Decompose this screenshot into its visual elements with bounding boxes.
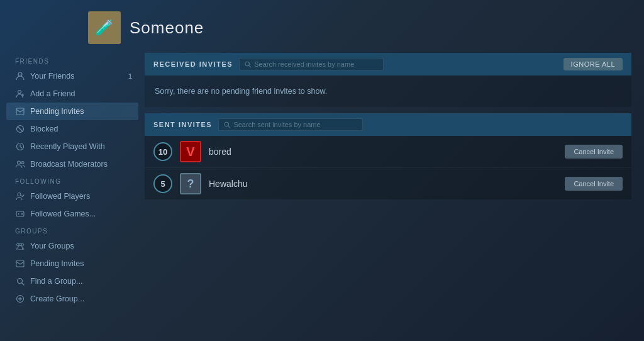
level-badge-hewalchu: 5 [153,174,172,193]
cancel-invite-bored-button[interactable]: Cancel Invite [565,145,623,159]
received-invites-search-input[interactable] [254,60,378,68]
friends-badge: 1 [128,72,132,80]
svg-point-1 [18,91,21,94]
sidebar-item-pending-invites[interactable]: Pending Invites [6,103,138,120]
sidebar-item-your-friends[interactable]: Your Friends 1 [6,67,138,85]
svg-point-0 [18,72,22,76]
sidebar-item-add-friend[interactable]: Add a Friend [6,85,138,103]
section-spacer [145,107,631,113]
received-invites-header: RECEIVED INVITES IGNORE ALL [145,53,631,75]
player-name-bored: bored [209,147,557,157]
avatar-hewalchu: ? [180,173,201,194]
main-layout: FRIENDS Your Friends 1 Add a Friend [0,53,644,340]
sidebar-item-recently-played[interactable]: Recently Played With [6,138,138,155]
player-name-hewalchu: Hewalchu [209,179,557,189]
svg-point-26 [225,122,228,126]
sidebar-item-your-groups[interactable]: Your Groups [6,237,138,255]
find-group-label: Find a Group... [30,277,82,286]
svg-rect-18 [16,260,24,267]
person-follow-icon [15,191,25,201]
add-friend-label: Add a Friend [30,89,75,98]
sidebar-item-followed-games[interactable]: Followed Games... [6,205,138,223]
level-badge-bored: 10 [153,142,172,161]
groups-section-label: GROUPS [6,223,138,237]
invite-row-bored: 10 V bored Cancel Invite [145,136,631,168]
sidebar-item-blocked[interactable]: Blocked [6,120,138,138]
sidebar-item-find-group[interactable]: Find a Group... [6,272,138,290]
svg-line-6 [18,126,23,131]
followed-players-label: Followed Players [30,192,90,201]
blocked-label: Blocked [30,125,58,133]
cancel-invite-hewalchu-button[interactable]: Cancel Invite [565,177,623,191]
search-icon [15,276,25,286]
create-group-label: Create Group... [30,294,84,303]
invite-row-hewalchu: 5 ? Hewalchu Cancel Invite [145,168,631,200]
your-friends-label: Your Friends [30,72,74,81]
people-icon [15,159,25,169]
sent-invites-header: SENT INVITES [145,113,631,136]
pending-group-invites-label: Pending Invites [30,259,84,268]
friends-section-label: FRIENDS [6,53,138,67]
svg-point-12 [18,213,19,215]
search-received-icon [245,61,251,68]
svg-point-19 [17,278,22,283]
sidebar-item-pending-group-invites[interactable]: Pending Invites [6,255,138,272]
plus-circle-icon [15,294,25,304]
sent-invites-search-input[interactable] [233,121,357,128]
sidebar: FRIENDS Your Friends 1 Add a Friend [0,53,138,340]
your-groups-label: Your Groups [30,242,74,250]
user-avatar: 🧪 [88,11,121,44]
avatar-bored: V [180,141,201,162]
block-icon [15,124,25,134]
svg-point-9 [21,162,24,164]
svg-point-8 [17,161,20,164]
svg-line-27 [228,126,230,127]
person-add-icon [15,89,25,99]
group-icon [15,241,25,251]
svg-line-25 [249,65,250,67]
recently-played-label: Recently Played With [30,142,105,151]
envelope-icon [15,106,25,116]
header: 🧪 Someone [0,0,644,53]
svg-line-20 [22,283,24,285]
username: Someone [130,18,204,38]
received-invites-title: RECEIVED INVITES [153,60,233,68]
sent-invites-title: SENT INVITES [153,121,212,128]
ignore-all-button[interactable]: IGNORE ALL [564,58,623,70]
sidebar-item-followed-players[interactable]: Followed Players [6,187,138,205]
person-icon [15,71,25,81]
received-invites-search[interactable] [239,58,384,70]
search-sent-icon [224,121,230,128]
following-section-label: FOLLOWING [6,173,138,187]
clock-icon [15,142,25,152]
svg-rect-4 [16,108,24,115]
envelope-group-icon [15,259,25,269]
sent-invites-search[interactable] [218,118,363,131]
sidebar-item-create-group[interactable]: Create Group... [6,290,138,308]
game-follow-icon [15,209,25,219]
content-area: RECEIVED INVITES IGNORE ALL Sorry, there… [138,53,644,340]
svg-point-24 [245,62,249,65]
pending-invites-label: Pending Invites [30,107,84,116]
followed-games-label: Followed Games... [30,210,96,218]
broadcast-moderators-label: Broadcast Moderators [30,160,108,169]
svg-point-10 [18,193,21,196]
no-pending-invites-message: Sorry, there are no pending friend invit… [145,75,631,107]
sidebar-item-broadcast-moderators[interactable]: Broadcast Moderators [6,155,138,173]
